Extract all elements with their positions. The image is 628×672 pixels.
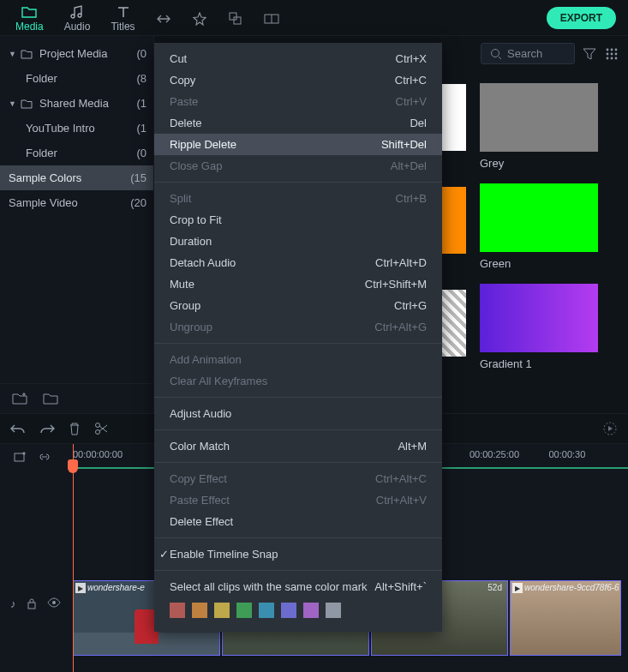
ctx-item-shortcut: Ctrl+Alt+G [374,321,427,333]
ctx-item-label: Copy [170,74,195,87]
link-icon[interactable] [38,451,51,463]
swatch-orange-peek[interactable] [442,187,466,254]
ctx-paste-effect: Paste EffectCtrl+Alt+V [154,489,442,511]
sidebar-item-6[interactable]: Sample Video(20 [0,190,153,215]
sidebar-item-2[interactable]: ▼Shared Media(1 [0,91,153,116]
ctx-detach-audio[interactable]: Detach AudioCtrl+Alt+D [154,252,442,273]
svg-point-18 [52,601,56,604]
ctx-item-label: Duration [170,235,212,248]
color-chip[interactable] [170,603,185,618]
ctx-item-label: Add Animation [170,353,242,366]
export-button[interactable]: EXPORT [547,7,616,29]
new-folder-icon[interactable] [43,393,58,405]
color-chip[interactable] [326,603,341,618]
ruler-mark: 00:00:30 [548,449,628,459]
ctx-item-label: Adjust Audio [170,407,231,420]
grid-view-icon[interactable] [604,46,619,62]
ctx-item-shortcut: Shift+Del [381,138,427,151]
splitscreen-icon [264,11,279,27]
tab-split[interactable] [254,8,290,28]
tab-audio[interactable]: Audio [54,1,101,34]
swatch-0[interactable]: Grey [480,83,598,170]
ctx-group[interactable]: GroupCtrl+G [154,295,442,316]
swatch-box [480,183,598,252]
render-icon[interactable] [602,421,618,436]
ctx-item-label: Paste Effect [170,494,230,507]
ctx-split: SplitCtrl+B [154,188,442,209]
swatch-transparent-peek[interactable] [442,290,466,357]
swatch-box [480,284,598,352]
ctx-mute[interactable]: MuteCtrl+Shift+M [154,273,442,295]
svg-point-12 [615,57,618,59]
color-chip[interactable] [236,603,252,618]
ctx-delete[interactable]: DeleteDel [154,112,442,134]
ctx-ripple-delete[interactable]: Ripple DeleteShift+Del [154,134,442,155]
filter-icon[interactable] [582,46,597,62]
ctx-duration[interactable]: Duration [154,231,442,252]
tab-titles[interactable]: Titles [100,1,145,34]
sidebar-item-count: (0 [136,147,147,159]
color-chip[interactable] [281,603,296,618]
sidebar-item-count: (15 [130,171,147,184]
ctx-item-label: Paste [170,95,198,108]
ctx-crop-to-fit[interactable]: Crop to Fit [154,209,442,231]
sidebar-item-count: (0 [136,47,147,60]
ctx-item-label: Mute [170,278,194,291]
tab-media[interactable]: Media [5,1,54,34]
color-chip[interactable] [192,603,207,618]
ctx-item-label: Ripple Delete [170,138,236,151]
swatch-white-peek[interactable] [442,84,466,151]
tab-transitions[interactable] [146,8,182,28]
color-chip[interactable] [303,603,319,618]
ctx-copy-effect: Copy EffectCtrl+Alt+C [154,468,442,489]
redo-icon[interactable] [39,423,55,435]
add-marker-icon[interactable] [14,451,27,463]
search-input[interactable]: Search [481,43,575,64]
track-audio-icon[interactable]: ♪ [10,597,16,610]
clip-time: 52d [487,583,502,592]
sidebar-item-label: Folder [26,147,57,159]
swatch-2[interactable]: Gradient 1 [480,284,598,370]
check-icon: ✓ [159,548,169,561]
sidebar-item-3[interactable]: YouTube Intro(1 [0,116,153,141]
sidebar-item-label: Shared Media [39,97,109,110]
playhead[interactable] [73,444,74,672]
undo-icon[interactable] [10,423,26,435]
ctx-item-label: Split [170,192,191,205]
sidebar-item-count: (1 [136,97,147,110]
track-visibility-icon[interactable] [47,597,61,610]
sidebar-item-0[interactable]: ▼Project Media(0 [0,41,153,66]
color-chip[interactable] [259,603,274,618]
swatch-1[interactable]: Green [480,183,598,270]
ctx-color-match[interactable]: Color MatchAlt+M [154,435,442,457]
sidebar-item-4[interactable]: Folder(0 [0,141,153,165]
folder-icon [21,4,37,20]
ctx-select-all-clips-with-the-same-color-mark[interactable]: Select all clips with the same color mar… [154,576,442,597]
svg-point-5 [611,48,613,51]
ctx-item-label: Cut [170,52,187,65]
sidebar-item-5[interactable]: Sample Colors(15 [0,165,153,190]
sidebar-item-1[interactable]: Folder(8 [0,66,153,91]
ctx-delete-effect[interactable]: Delete Effect [154,511,442,532]
sidebar-item-label: Project Media [39,47,107,60]
ctx-item-shortcut: Alt+Shift+` [374,580,427,593]
ctx-copy[interactable]: CopyCtrl+C [154,69,442,91]
tab-effects[interactable] [182,8,218,28]
ctx-adjust-audio[interactable]: Adjust Audio [154,403,442,424]
svg-point-8 [611,52,613,55]
ctx-item-label: Crop to Fit [170,213,222,226]
svg-point-3 [492,49,499,57]
folder-icon [21,99,34,109]
clip-name: wondershare-9ccd78f6-6 [524,583,619,592]
svg-rect-1 [234,17,241,24]
delete-icon[interactable] [69,422,81,435]
ctx-enable-timeline-snap[interactable]: ✓Enable Timeline Snap [154,543,442,565]
tab-elements[interactable] [218,8,254,28]
color-chip[interactable] [214,603,230,618]
track-lock-icon[interactable] [27,597,37,610]
timeline-clip-3[interactable]: ▶wondershare-9ccd78f6-6 [510,580,621,656]
svg-point-13 [96,423,100,428]
scissors-icon[interactable] [94,422,108,435]
new-folder-plus-icon[interactable] [12,393,27,405]
ctx-cut[interactable]: CutCtrl+X [154,48,442,69]
